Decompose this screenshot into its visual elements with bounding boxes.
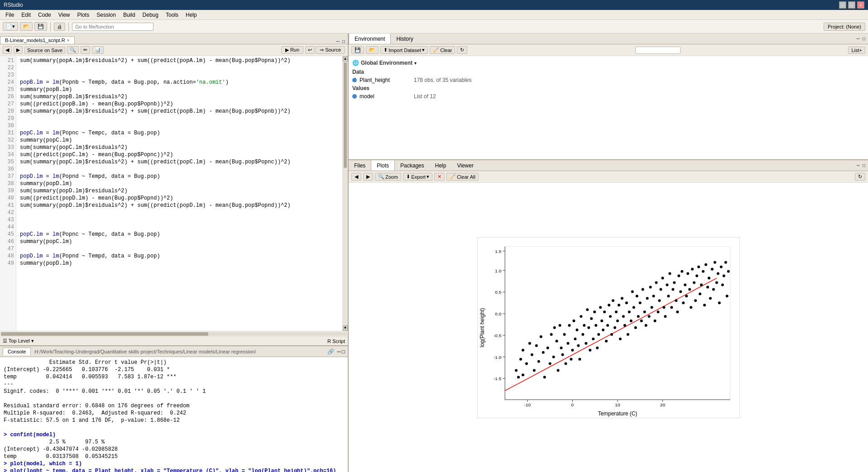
editor-context: ☰ Top Level ▾ — [3, 338, 34, 344]
print-btn[interactable]: 🖨 — [54, 23, 65, 31]
console-line-3: temp 0.042414 0.005593 7.583 1.87e-12 **… — [4, 373, 344, 381]
search-btn[interactable]: 🔍 — [67, 46, 79, 54]
svg-point-134 — [690, 306, 692, 309]
export-btn[interactable]: ⬇ Export ▾ — [403, 173, 432, 181]
menu-file[interactable]: File — [2, 11, 18, 19]
menu-build[interactable]: Build — [120, 11, 139, 19]
svg-point-120 — [668, 272, 671, 275]
refresh-env-btn[interactable]: ↻ — [457, 46, 467, 54]
console-max-btn[interactable]: □ — [342, 348, 345, 355]
plant-height-item: Plant_height 178 obs. of 35 variables — [352, 76, 864, 84]
svg-text:0.0: 0.0 — [495, 311, 501, 316]
svg-point-60 — [580, 315, 582, 318]
maximize-btn[interactable]: □ — [848, 1, 855, 9]
svg-point-148 — [710, 267, 713, 270]
svg-point-147 — [709, 297, 711, 300]
save-env-btn[interactable]: 💾 — [351, 46, 364, 54]
right-panel: Environment History ─ □ 💾 📂 ⬆ Import Dat… — [349, 33, 868, 472]
editor-hscrollbar[interactable] — [0, 331, 348, 336]
zoom-btn[interactable]: 🔍 Zoom — [375, 173, 401, 181]
svg-point-29 — [521, 373, 524, 376]
env-max-btn[interactable]: □ — [862, 36, 866, 41]
svg-point-113 — [658, 299, 661, 302]
files-min-btn[interactable]: ─ — [856, 163, 861, 168]
console-link-btn[interactable]: 🔗 — [327, 348, 334, 355]
console-tab[interactable]: Console — [3, 348, 31, 355]
editor-status: ☰ Top Level ▾ R Script — [0, 336, 348, 345]
files-tab[interactable]: Files — [349, 160, 371, 171]
code-content[interactable]: sum(summary(popA.lm)$residuals^2) + sum(… — [16, 56, 342, 331]
files-max-btn[interactable]: □ — [862, 163, 866, 168]
editor-pane: B-Linear_models1_script.R × ─ □ ◀ ▶ Sour… — [0, 33, 348, 345]
svg-text:-1.0: -1.0 — [494, 354, 502, 359]
editor-max-btn[interactable]: □ — [341, 39, 346, 44]
svg-point-78 — [606, 324, 609, 327]
plant-height-name: Plant_height — [360, 77, 414, 83]
history-tab[interactable]: History — [391, 33, 418, 44]
menu-edit[interactable]: Edit — [18, 11, 34, 19]
delete-plot-btn[interactable]: ✕ — [434, 173, 445, 181]
close-btn[interactable]: × — [857, 1, 864, 9]
source-on-save-btn[interactable]: Source on Save — [24, 47, 65, 54]
toolbar-sep-2 — [68, 22, 69, 31]
editor-tab-script[interactable]: B-Linear_models1_script.R × — [0, 36, 75, 44]
prev-plot-btn[interactable]: ◀ — [351, 173, 361, 181]
import-btn[interactable]: ⬆ Import Dataset ▾ — [380, 46, 428, 54]
svg-point-64 — [586, 308, 589, 311]
files-pane: Files Plots Packages Help Viewer ─ □ ◀ ▶… — [349, 160, 868, 472]
svg-point-63 — [585, 342, 587, 344]
svg-point-55 — [572, 319, 575, 322]
clear-all-btn[interactable]: 🧹 Clear All — [446, 173, 479, 181]
refresh-plots-btn[interactable]: ↻ — [855, 173, 865, 181]
svg-point-43 — [553, 326, 556, 329]
packages-tab[interactable]: Packages — [395, 160, 430, 171]
save-btn[interactable]: 💾 — [34, 22, 47, 31]
menu-tools[interactable]: Tools — [162, 11, 182, 19]
svg-point-84 — [614, 310, 617, 313]
svg-point-156 — [722, 274, 725, 277]
menu-session[interactable]: Session — [93, 11, 120, 19]
env-min-btn[interactable]: ─ — [856, 36, 861, 41]
open-btn[interactable]: 📂 — [20, 22, 33, 31]
menu-debug[interactable]: Debug — [139, 11, 162, 19]
console-min-btn[interactable]: ─ — [337, 348, 341, 355]
menu-help[interactable]: Help — [182, 11, 201, 19]
svg-point-150 — [713, 261, 716, 263]
plots-tab[interactable]: Plots — [371, 160, 395, 171]
goto-file-input[interactable] — [72, 23, 153, 31]
list-view-btn[interactable]: List+ — [848, 47, 865, 54]
new-file-btn[interactable]: 📄▾ — [3, 22, 18, 31]
help-tab[interactable]: Help — [430, 160, 452, 171]
clear-env-btn[interactable]: 🧹 Clear — [430, 46, 455, 54]
menu-bar: File Edit Code View Plots Session Build … — [0, 10, 868, 20]
svg-point-39 — [546, 346, 549, 349]
env-window-controls: ─ □ — [856, 36, 868, 41]
menu-view[interactable]: View — [55, 11, 74, 19]
compile-btn[interactable]: 📊 — [92, 46, 104, 54]
menu-code[interactable]: Code — [34, 11, 55, 19]
svg-point-145 — [706, 286, 709, 288]
rerun-btn[interactable]: ↩ — [305, 46, 315, 54]
source-btn[interactable]: ⇒ Source — [316, 46, 345, 54]
minimize-btn[interactable]: ─ — [839, 1, 846, 9]
forward-btn[interactable]: ▶ — [14, 46, 23, 54]
env-search-input[interactable] — [635, 47, 681, 54]
env-tab[interactable]: Environment — [349, 33, 391, 44]
menu-plots[interactable]: Plots — [74, 11, 93, 19]
editor-vscrollbar[interactable]: ▲ ▼ — [342, 56, 348, 331]
scatter-plot: log(Plant height) Temperature (C) -1.5 -… — [477, 237, 740, 418]
run-btn[interactable]: ▶ Run — [281, 46, 303, 54]
back-btn[interactable]: ◀ — [3, 46, 12, 54]
svg-point-108 — [650, 306, 653, 309]
editor-tab-close[interactable]: × — [67, 38, 70, 43]
svg-point-58 — [577, 344, 580, 347]
code-tools-btn[interactable]: ✏ — [81, 46, 90, 54]
next-plot-btn[interactable]: ▶ — [363, 173, 373, 181]
editor-type: R Script — [327, 339, 345, 344]
viewer-tab[interactable]: Viewer — [451, 160, 479, 171]
svg-point-36 — [539, 335, 542, 338]
editor-min-btn[interactable]: ─ — [336, 39, 340, 44]
model-value: List of 12 — [414, 93, 436, 100]
console-tab-label: Console — [8, 349, 26, 354]
load-env-btn[interactable]: 📂 — [366, 46, 379, 54]
